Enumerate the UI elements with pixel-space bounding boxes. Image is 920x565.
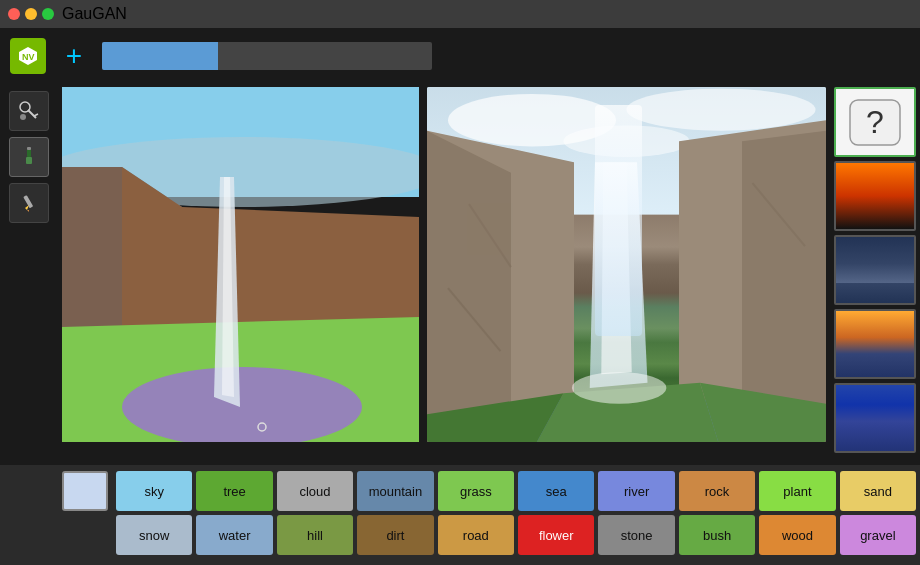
drawing-canvas[interactable]	[62, 87, 419, 442]
labels-row-1: sky tree cloud mountain grass sea river …	[4, 471, 916, 511]
svg-marker-11	[27, 210, 29, 212]
generated-area	[423, 83, 830, 465]
progress-bar	[102, 42, 432, 70]
label-cloud[interactable]: cloud	[277, 471, 353, 511]
svg-marker-10	[25, 205, 29, 210]
brush-tool[interactable]	[9, 137, 49, 177]
window-controls	[8, 8, 54, 20]
label-flower[interactable]: flower	[518, 515, 594, 555]
toolbar: NV +	[0, 28, 920, 83]
main-area: ?	[0, 83, 920, 465]
svg-line-4	[34, 114, 38, 116]
label-sea[interactable]: sea	[518, 471, 594, 511]
progress-bar-fill	[102, 42, 218, 70]
add-button[interactable]: +	[56, 38, 92, 74]
titlebar: GauGAN	[0, 0, 920, 28]
svg-text:NV: NV	[22, 52, 35, 62]
svg-point-24	[627, 89, 816, 131]
svg-point-36	[572, 372, 667, 404]
result-thumb-3[interactable]	[834, 309, 916, 379]
label-road[interactable]: road	[438, 515, 514, 555]
svg-point-25	[564, 125, 690, 157]
tools-panel	[0, 83, 58, 465]
label-plant[interactable]: plant	[759, 471, 835, 511]
svg-line-3	[28, 110, 36, 118]
label-snow[interactable]: snow	[116, 515, 192, 555]
label-sky[interactable]: sky	[116, 471, 192, 511]
label-rock[interactable]: rock	[679, 471, 755, 511]
svg-marker-27	[427, 131, 511, 442]
svg-marker-35	[601, 162, 631, 374]
generated-image	[427, 87, 826, 442]
results-panel: ?	[830, 83, 920, 465]
label-river[interactable]: river	[598, 471, 674, 511]
close-button[interactable]	[8, 8, 20, 20]
eyedropper-tool[interactable]	[9, 91, 49, 131]
svg-rect-8	[27, 147, 31, 150]
app-title: GauGAN	[62, 5, 127, 23]
svg-rect-7	[26, 157, 32, 164]
svg-point-5	[20, 114, 26, 120]
label-grass[interactable]: grass	[438, 471, 514, 511]
label-wood[interactable]: wood	[759, 515, 835, 555]
result-thumb-1[interactable]	[834, 161, 916, 231]
labels-area: sky tree cloud mountain grass sea river …	[0, 465, 920, 565]
canvas-area	[58, 83, 423, 465]
result-thumb-2[interactable]	[834, 235, 916, 305]
labels-row-2: snow water hill dirt road flower stone b…	[4, 515, 916, 555]
pencil-tool[interactable]	[9, 183, 49, 223]
minimize-button[interactable]	[25, 8, 37, 20]
random-result-button[interactable]: ?	[834, 87, 916, 157]
label-mountain[interactable]: mountain	[357, 471, 433, 511]
selected-color-swatch	[62, 471, 108, 511]
nvidia-logo: NV	[10, 38, 46, 74]
label-sand[interactable]: sand	[840, 471, 916, 511]
label-stone[interactable]: stone	[598, 515, 674, 555]
label-tree[interactable]: tree	[196, 471, 272, 511]
label-water[interactable]: water	[196, 515, 272, 555]
maximize-button[interactable]	[42, 8, 54, 20]
label-gravel[interactable]: gravel	[840, 515, 916, 555]
label-hill[interactable]: hill	[277, 515, 353, 555]
label-bush[interactable]: bush	[679, 515, 755, 555]
label-dirt[interactable]: dirt	[357, 515, 433, 555]
result-thumb-4[interactable]	[834, 383, 916, 453]
svg-text:?: ?	[866, 104, 884, 140]
